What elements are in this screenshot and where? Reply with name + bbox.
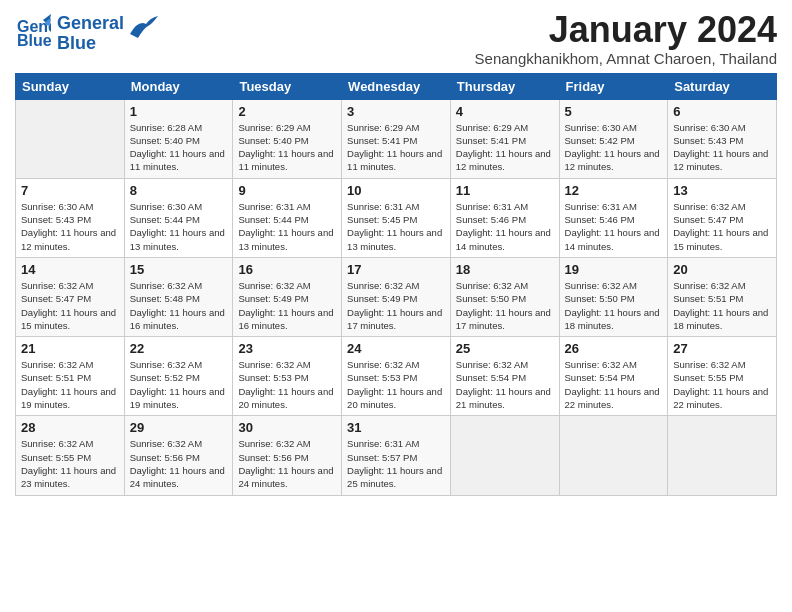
calendar-cell: 23Sunrise: 6:32 AMSunset: 5:53 PMDayligh… xyxy=(233,337,342,416)
day-number: 27 xyxy=(673,341,771,356)
day-number: 29 xyxy=(130,420,228,435)
day-number: 20 xyxy=(673,262,771,277)
day-number: 3 xyxy=(347,104,445,119)
day-info: Sunrise: 6:31 AMSunset: 5:45 PMDaylight:… xyxy=(347,200,445,253)
day-header-wednesday: Wednesday xyxy=(342,73,451,99)
day-info: Sunrise: 6:32 AMSunset: 5:47 PMDaylight:… xyxy=(673,200,771,253)
day-info: Sunrise: 6:32 AMSunset: 5:50 PMDaylight:… xyxy=(456,279,554,332)
calendar-cell: 31Sunrise: 6:31 AMSunset: 5:57 PMDayligh… xyxy=(342,416,451,495)
calendar-week-5: 28Sunrise: 6:32 AMSunset: 5:55 PMDayligh… xyxy=(16,416,777,495)
calendar-cell: 5Sunrise: 6:30 AMSunset: 5:42 PMDaylight… xyxy=(559,99,668,178)
day-info: Sunrise: 6:31 AMSunset: 5:46 PMDaylight:… xyxy=(456,200,554,253)
day-number: 4 xyxy=(456,104,554,119)
day-number: 31 xyxy=(347,420,445,435)
calendar-header-row: SundayMondayTuesdayWednesdayThursdayFrid… xyxy=(16,73,777,99)
day-number: 7 xyxy=(21,183,119,198)
day-info: Sunrise: 6:30 AMSunset: 5:43 PMDaylight:… xyxy=(673,121,771,174)
calendar-cell: 17Sunrise: 6:32 AMSunset: 5:49 PMDayligh… xyxy=(342,257,451,336)
day-header-monday: Monday xyxy=(124,73,233,99)
calendar-cell: 13Sunrise: 6:32 AMSunset: 5:47 PMDayligh… xyxy=(668,178,777,257)
day-info: Sunrise: 6:32 AMSunset: 5:56 PMDaylight:… xyxy=(130,437,228,490)
calendar-cell: 10Sunrise: 6:31 AMSunset: 5:45 PMDayligh… xyxy=(342,178,451,257)
day-number: 21 xyxy=(21,341,119,356)
calendar-cell: 18Sunrise: 6:32 AMSunset: 5:50 PMDayligh… xyxy=(450,257,559,336)
calendar-cell: 30Sunrise: 6:32 AMSunset: 5:56 PMDayligh… xyxy=(233,416,342,495)
title-area: January 2024 Senangkhanikhom, Amnat Char… xyxy=(475,10,777,67)
calendar-week-3: 14Sunrise: 6:32 AMSunset: 5:47 PMDayligh… xyxy=(16,257,777,336)
month-title: January 2024 xyxy=(475,10,777,50)
day-info: Sunrise: 6:28 AMSunset: 5:40 PMDaylight:… xyxy=(130,121,228,174)
logo-bird-icon xyxy=(130,16,158,38)
day-info: Sunrise: 6:31 AMSunset: 5:44 PMDaylight:… xyxy=(238,200,336,253)
day-number: 22 xyxy=(130,341,228,356)
day-info: Sunrise: 6:29 AMSunset: 5:41 PMDaylight:… xyxy=(347,121,445,174)
logo: General Blue General Blue xyxy=(15,10,158,54)
day-number: 15 xyxy=(130,262,228,277)
calendar-cell: 9Sunrise: 6:31 AMSunset: 5:44 PMDaylight… xyxy=(233,178,342,257)
day-info: Sunrise: 6:32 AMSunset: 5:55 PMDaylight:… xyxy=(673,358,771,411)
day-number: 30 xyxy=(238,420,336,435)
calendar-cell: 22Sunrise: 6:32 AMSunset: 5:52 PMDayligh… xyxy=(124,337,233,416)
day-info: Sunrise: 6:32 AMSunset: 5:54 PMDaylight:… xyxy=(565,358,663,411)
day-number: 10 xyxy=(347,183,445,198)
calendar-cell xyxy=(668,416,777,495)
day-info: Sunrise: 6:32 AMSunset: 5:55 PMDaylight:… xyxy=(21,437,119,490)
calendar-cell: 20Sunrise: 6:32 AMSunset: 5:51 PMDayligh… xyxy=(668,257,777,336)
day-info: Sunrise: 6:32 AMSunset: 5:48 PMDaylight:… xyxy=(130,279,228,332)
day-info: Sunrise: 6:32 AMSunset: 5:53 PMDaylight:… xyxy=(238,358,336,411)
logo-icon: General Blue xyxy=(15,12,51,48)
calendar-cell: 26Sunrise: 6:32 AMSunset: 5:54 PMDayligh… xyxy=(559,337,668,416)
day-number: 24 xyxy=(347,341,445,356)
day-header-saturday: Saturday xyxy=(668,73,777,99)
calendar-cell: 7Sunrise: 6:30 AMSunset: 5:43 PMDaylight… xyxy=(16,178,125,257)
calendar-cell: 15Sunrise: 6:32 AMSunset: 5:48 PMDayligh… xyxy=(124,257,233,336)
day-number: 23 xyxy=(238,341,336,356)
calendar-cell: 21Sunrise: 6:32 AMSunset: 5:51 PMDayligh… xyxy=(16,337,125,416)
calendar-table: SundayMondayTuesdayWednesdayThursdayFrid… xyxy=(15,73,777,496)
calendar-cell: 6Sunrise: 6:30 AMSunset: 5:43 PMDaylight… xyxy=(668,99,777,178)
calendar-cell: 11Sunrise: 6:31 AMSunset: 5:46 PMDayligh… xyxy=(450,178,559,257)
day-number: 28 xyxy=(21,420,119,435)
calendar-cell: 3Sunrise: 6:29 AMSunset: 5:41 PMDaylight… xyxy=(342,99,451,178)
day-header-tuesday: Tuesday xyxy=(233,73,342,99)
day-info: Sunrise: 6:29 AMSunset: 5:41 PMDaylight:… xyxy=(456,121,554,174)
day-number: 16 xyxy=(238,262,336,277)
day-info: Sunrise: 6:32 AMSunset: 5:47 PMDaylight:… xyxy=(21,279,119,332)
day-header-thursday: Thursday xyxy=(450,73,559,99)
calendar-cell: 2Sunrise: 6:29 AMSunset: 5:40 PMDaylight… xyxy=(233,99,342,178)
calendar-cell: 19Sunrise: 6:32 AMSunset: 5:50 PMDayligh… xyxy=(559,257,668,336)
day-number: 25 xyxy=(456,341,554,356)
calendar-cell: 1Sunrise: 6:28 AMSunset: 5:40 PMDaylight… xyxy=(124,99,233,178)
day-header-friday: Friday xyxy=(559,73,668,99)
day-number: 8 xyxy=(130,183,228,198)
day-info: Sunrise: 6:30 AMSunset: 5:42 PMDaylight:… xyxy=(565,121,663,174)
calendar-cell: 29Sunrise: 6:32 AMSunset: 5:56 PMDayligh… xyxy=(124,416,233,495)
day-number: 12 xyxy=(565,183,663,198)
calendar-cell: 14Sunrise: 6:32 AMSunset: 5:47 PMDayligh… xyxy=(16,257,125,336)
calendar-cell: 16Sunrise: 6:32 AMSunset: 5:49 PMDayligh… xyxy=(233,257,342,336)
svg-text:Blue: Blue xyxy=(17,32,51,48)
calendar-cell xyxy=(559,416,668,495)
day-info: Sunrise: 6:32 AMSunset: 5:54 PMDaylight:… xyxy=(456,358,554,411)
day-info: Sunrise: 6:32 AMSunset: 5:52 PMDaylight:… xyxy=(130,358,228,411)
day-number: 9 xyxy=(238,183,336,198)
day-number: 18 xyxy=(456,262,554,277)
day-info: Sunrise: 6:30 AMSunset: 5:44 PMDaylight:… xyxy=(130,200,228,253)
day-info: Sunrise: 6:31 AMSunset: 5:46 PMDaylight:… xyxy=(565,200,663,253)
calendar-week-2: 7Sunrise: 6:30 AMSunset: 5:43 PMDaylight… xyxy=(16,178,777,257)
location-title: Senangkhanikhom, Amnat Charoen, Thailand xyxy=(475,50,777,67)
day-number: 2 xyxy=(238,104,336,119)
calendar-week-1: 1Sunrise: 6:28 AMSunset: 5:40 PMDaylight… xyxy=(16,99,777,178)
day-info: Sunrise: 6:32 AMSunset: 5:56 PMDaylight:… xyxy=(238,437,336,490)
calendar-cell: 28Sunrise: 6:32 AMSunset: 5:55 PMDayligh… xyxy=(16,416,125,495)
day-info: Sunrise: 6:32 AMSunset: 5:49 PMDaylight:… xyxy=(238,279,336,332)
day-info: Sunrise: 6:29 AMSunset: 5:40 PMDaylight:… xyxy=(238,121,336,174)
calendar-cell: 27Sunrise: 6:32 AMSunset: 5:55 PMDayligh… xyxy=(668,337,777,416)
day-info: Sunrise: 6:32 AMSunset: 5:51 PMDaylight:… xyxy=(21,358,119,411)
day-info: Sunrise: 6:32 AMSunset: 5:50 PMDaylight:… xyxy=(565,279,663,332)
logo-general: General xyxy=(57,14,124,34)
day-info: Sunrise: 6:32 AMSunset: 5:53 PMDaylight:… xyxy=(347,358,445,411)
calendar-cell: 24Sunrise: 6:32 AMSunset: 5:53 PMDayligh… xyxy=(342,337,451,416)
day-info: Sunrise: 6:31 AMSunset: 5:57 PMDaylight:… xyxy=(347,437,445,490)
calendar-cell: 12Sunrise: 6:31 AMSunset: 5:46 PMDayligh… xyxy=(559,178,668,257)
